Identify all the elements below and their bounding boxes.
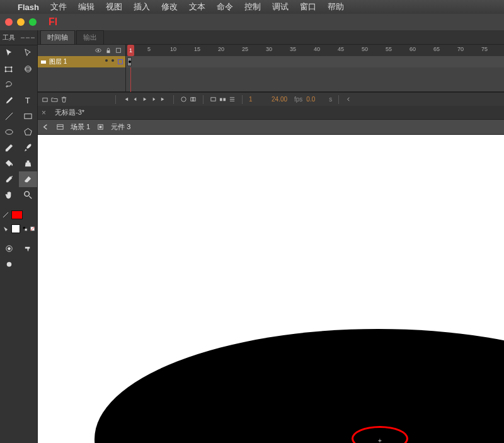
menu-modify[interactable]: 修改 [161, 1, 178, 13]
scene-icon [56, 123, 64, 131]
onion-skin-icon[interactable] [190, 96, 197, 103]
svg-rect-24 [107, 50, 110, 53]
scene-name[interactable]: 场景 1 [71, 122, 90, 132]
hand-tool[interactable] [0, 187, 19, 203]
frames-area[interactable]: 1 5 10 15 20 25 30 35 40 45 50 55 60 65 … [126, 45, 504, 91]
edit-multiple-icon[interactable] [219, 96, 226, 103]
svg-rect-31 [220, 98, 222, 101]
delete-layer-icon[interactable] [60, 96, 67, 103]
swap-colors-icon[interactable] [23, 226, 28, 232]
first-frame-icon[interactable] [122, 96, 129, 103]
selection-tool[interactable] [0, 45, 19, 61]
stroke-color-swatch[interactable] [11, 210, 23, 219]
keyframe[interactable] [127, 57, 132, 66]
svg-line-9 [6, 113, 13, 120]
maximize-window-button[interactable] [29, 18, 37, 26]
line-tool[interactable] [0, 108, 19, 124]
back-arrow-icon[interactable] [42, 123, 50, 131]
last-frame-icon[interactable] [160, 96, 167, 103]
svg-point-4 [11, 71, 13, 72]
fill-color-swatch[interactable] [11, 224, 20, 233]
menu-file[interactable]: 文件 [50, 1, 67, 13]
subselection-tool[interactable] [19, 45, 38, 61]
eyedropper-tool[interactable] [0, 171, 19, 187]
menu-insert[interactable]: 插入 [134, 1, 150, 13]
frame-ruler[interactable]: 1 5 10 15 20 25 30 35 40 45 50 55 60 65 … [126, 45, 504, 56]
visibility-icon[interactable] [95, 47, 101, 54]
play-icon[interactable] [141, 96, 148, 103]
timeline-tab[interactable]: 时间轴 [40, 30, 75, 44]
drawn-ellipse-black[interactable] [94, 329, 504, 443]
free-transform-tool[interactable] [0, 61, 19, 77]
menu-window[interactable]: 窗口 [300, 1, 316, 13]
text-tool[interactable]: T [19, 93, 38, 108]
outline-icon[interactable] [115, 47, 122, 54]
scroll-left-icon[interactable] [345, 96, 352, 103]
no-color-icon[interactable] [30, 226, 35, 232]
svg-point-5 [25, 66, 31, 72]
ink-bottle-tool[interactable] [19, 156, 38, 171]
lock-icon[interactable] [105, 47, 112, 54]
document-tab[interactable]: 无标题-3* [50, 106, 89, 118]
pencil-tool[interactable] [0, 140, 19, 156]
menu-debug[interactable]: 调试 [272, 1, 289, 13]
layer-row[interactable]: 图层 1 [38, 56, 125, 67]
svg-point-7 [6, 86, 8, 87]
svg-rect-30 [211, 98, 215, 101]
svg-rect-16 [25, 229, 27, 231]
3d-rotation-tool[interactable] [19, 61, 38, 77]
zoom-tool[interactable] [19, 187, 38, 203]
ruler-tick: 50 [362, 46, 368, 52]
brush-tool[interactable] [19, 140, 38, 156]
prev-frame-icon[interactable] [132, 96, 139, 103]
close-window-button[interactable] [5, 18, 13, 26]
paint-bucket-tool[interactable] [0, 156, 19, 171]
close-tab-icon[interactable]: × [42, 108, 46, 117]
stroke-color-icon [3, 209, 9, 221]
ruler-tick: 35 [290, 46, 296, 52]
svg-text:T: T [25, 96, 30, 105]
rectangle-tool[interactable] [19, 108, 38, 124]
svg-rect-26 [41, 60, 46, 64]
output-tab[interactable]: 输出 [76, 30, 104, 44]
pen-tool[interactable] [0, 93, 19, 108]
menu-help[interactable]: 帮助 [328, 1, 344, 13]
new-layer-icon[interactable] [42, 96, 49, 103]
playhead[interactable]: 1 [127, 45, 134, 56]
app-menu[interactable]: Flash [18, 3, 39, 12]
next-frame-icon[interactable] [151, 96, 158, 103]
lasso-tool[interactable] [0, 77, 19, 93]
svg-point-11 [6, 130, 13, 135]
menu-edit[interactable]: 编辑 [78, 1, 94, 13]
menu-commands[interactable]: 命令 [217, 1, 233, 13]
loop-icon[interactable] [180, 96, 187, 103]
current-frame-value: 1 [249, 96, 268, 103]
stage-canvas[interactable]: + [38, 135, 504, 443]
svg-rect-32 [223, 98, 226, 101]
oval-tool[interactable] [0, 124, 19, 140]
eraser-tool[interactable] [19, 171, 38, 187]
document-tabs: × 无标题-3* [38, 106, 504, 120]
polystar-tool[interactable] [19, 124, 38, 140]
menu-control[interactable]: 控制 [244, 1, 261, 13]
flash-logo: Fl [49, 16, 57, 28]
eraser-shape-tool[interactable] [0, 256, 19, 272]
ruler-tick: 45 [338, 46, 344, 52]
menu-view[interactable]: 视图 [106, 1, 122, 13]
svg-point-23 [98, 50, 100, 52]
empty-tool-1 [19, 77, 38, 93]
frame-track[interactable] [126, 56, 504, 67]
onion-outline-icon[interactable] [210, 96, 217, 103]
svg-line-14 [29, 196, 32, 198]
menu-text[interactable]: 文本 [189, 1, 205, 13]
symbol-name[interactable]: 元件 3 [111, 122, 130, 132]
minimize-window-button[interactable] [17, 18, 25, 26]
eraser-mode-tool[interactable] [0, 241, 19, 256]
onion-markers-icon[interactable] [229, 96, 236, 103]
layer-name: 图层 1 [49, 57, 67, 66]
new-folder-icon[interactable] [51, 96, 58, 103]
panel-menu-icon[interactable] [21, 37, 35, 38]
svg-rect-25 [117, 49, 121, 53]
faucet-tool[interactable] [19, 241, 38, 256]
fill-color-icon [3, 223, 9, 234]
